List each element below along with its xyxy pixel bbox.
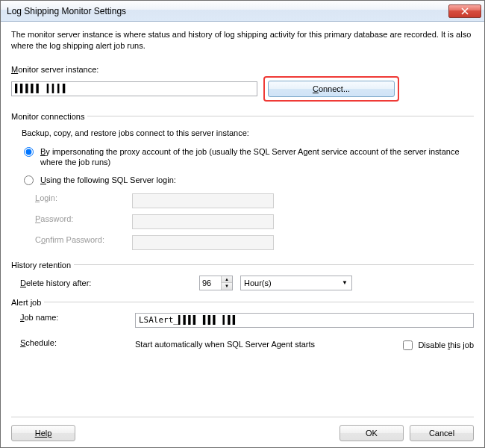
window-title: Log Shipping Monitor Settings bbox=[7, 6, 448, 16]
schedule-label: Schedule: bbox=[20, 338, 132, 347]
login-grid: Login: Password: Confirm Password: bbox=[35, 193, 474, 250]
intro-text: The monitor server instance is where sta… bbox=[11, 29, 474, 52]
history-row: Delete history after: ▲ ▼ Hour(s) ▼ bbox=[11, 276, 474, 290]
help-button[interactable]: Help bbox=[11, 425, 75, 441]
history-value-spinner[interactable]: ▲ ▼ bbox=[199, 276, 233, 290]
spinner-up[interactable]: ▲ bbox=[222, 276, 232, 283]
close-icon bbox=[461, 7, 469, 15]
radio-sql-login-label[interactable]: Using the following SQL Server login: bbox=[40, 175, 176, 185]
alert-job-legend: Alert job bbox=[11, 298, 44, 307]
radio-sql-login-row: Using the following SQL Server login: bbox=[20, 175, 474, 185]
monitor-connections-legend: Monitor connections bbox=[11, 112, 87, 121]
monitor-connections-group: Monitor connections Backup, copy, and re… bbox=[11, 112, 474, 253]
disable-job-label[interactable]: Disable this job bbox=[418, 340, 474, 349]
spinner-down[interactable]: ▼ bbox=[222, 283, 232, 290]
radio-impersonate-label[interactable]: By impersonating the proxy account of th… bbox=[40, 146, 474, 168]
ok-button[interactable]: OK bbox=[340, 425, 404, 441]
radio-impersonate-row: By impersonating the proxy account of th… bbox=[20, 146, 474, 168]
connections-subtext: Backup, copy, and restore jobs connect t… bbox=[22, 128, 474, 137]
delete-history-label: Delete history after: bbox=[20, 279, 192, 287]
confirm-password-label: Confirm Password: bbox=[35, 235, 132, 250]
titlebar: Log Shipping Monitor Settings bbox=[1, 1, 484, 22]
dialog-content: The monitor server instance is where sta… bbox=[1, 22, 484, 447]
disable-job-checkbox[interactable] bbox=[403, 340, 413, 350]
schedule-text: Start automatically when SQL Server Agen… bbox=[135, 338, 387, 349]
monitor-instance-input[interactable] bbox=[11, 81, 257, 96]
password-label: Password: bbox=[35, 214, 132, 229]
login-input bbox=[132, 193, 274, 208]
disable-job-wrap: Disable this job bbox=[389, 338, 474, 352]
monitor-instance-label: Monitor server instance: bbox=[11, 65, 474, 74]
history-retention-group: History retention Delete history after: … bbox=[11, 261, 474, 290]
close-button[interactable] bbox=[448, 4, 481, 18]
monitor-instance-row: Connect... bbox=[11, 76, 474, 102]
history-unit-combo[interactable]: Hour(s) ▼ bbox=[240, 276, 352, 290]
history-retention-legend: History retention bbox=[11, 261, 74, 270]
radio-impersonate[interactable] bbox=[24, 147, 34, 157]
chevron-down-icon: ▼ bbox=[338, 279, 351, 286]
spinner-buttons: ▲ ▼ bbox=[221, 276, 232, 290]
connect-highlight: Connect... bbox=[263, 76, 399, 102]
history-value-input[interactable] bbox=[200, 276, 221, 290]
alert-grid: Job name: Schedule: Start automatically … bbox=[11, 313, 474, 352]
login-label: Login: bbox=[35, 193, 132, 208]
cancel-button[interactable]: Cancel bbox=[410, 425, 474, 441]
dialog-footer: Help OK Cancel bbox=[11, 417, 474, 441]
confirm-password-input bbox=[132, 235, 274, 250]
connect-button[interactable]: Connect... bbox=[268, 81, 395, 97]
job-name-input[interactable] bbox=[135, 313, 474, 328]
password-input bbox=[132, 214, 274, 229]
radio-sql-login[interactable] bbox=[24, 175, 34, 185]
history-unit-text: Hour(s) bbox=[244, 279, 338, 287]
alert-job-group: Alert job Job name: Schedule: Start auto… bbox=[11, 298, 474, 352]
job-name-label: Job name: bbox=[20, 313, 132, 322]
